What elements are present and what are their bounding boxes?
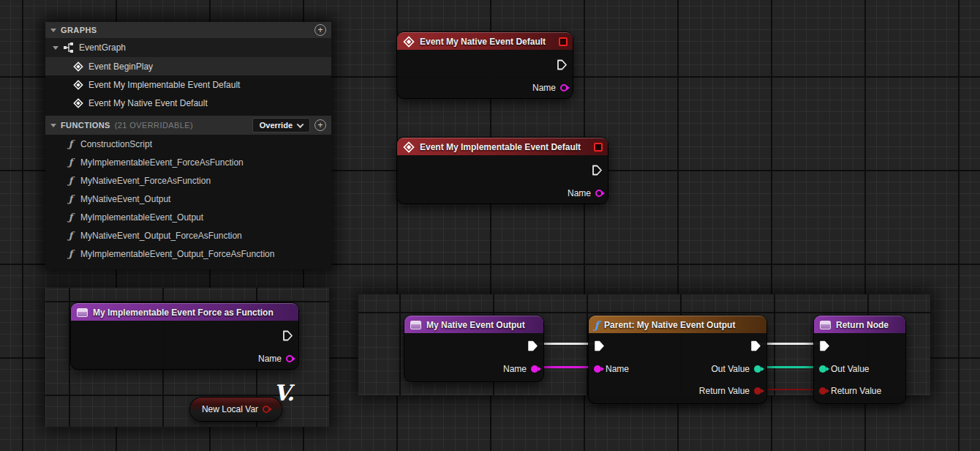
sidebar-item-event-my-implementable-event-default[interactable]: Event My Implementable Event Default	[45, 75, 331, 94]
sidebar-item-myimplementableevent-output[interactable]: ƒ MyImplementableEvent_Output	[45, 208, 331, 226]
sidebar-item-label: Event My Native Event Default	[88, 98, 208, 108]
function-icon: ƒ	[66, 193, 75, 204]
function-icon: ƒ	[66, 230, 75, 241]
exec-output-pin[interactable]	[282, 330, 293, 341]
sidebar-item-label: MyNativeEvent_Output	[80, 194, 170, 204]
sidebar-item-mynativeevent-output-forceasfunction[interactable]: ƒ MyNativeEvent_Output_ForceAsFunction	[45, 226, 331, 245]
node-event-my-native-event-default[interactable]: Event My Native Event Default Name	[397, 32, 573, 98]
event-icon	[73, 61, 83, 72]
node-new-local-var[interactable]: New Local Var	[190, 398, 282, 421]
node-return-node[interactable]: Return Node Out Value Return Value	[814, 316, 905, 403]
eventgraph-label: EventGraph	[79, 42, 126, 53]
sidebar-item-myimplementableevent-forceasfunction[interactable]: ƒ MyImplementableEvent_ForceAsFunction	[45, 153, 331, 171]
function-call-icon: ƒ	[595, 320, 599, 330]
node-title: My Implementable Event Force as Function	[93, 308, 274, 318]
exec-output-pin[interactable]	[592, 165, 603, 176]
blueprint-editor: GRAPHS + EventGraph Event BeginPlay	[0, 0, 980, 451]
variable-name-label: New Local Var	[202, 404, 258, 414]
pin-label: Out Value	[831, 364, 869, 374]
pin-label: Name	[606, 364, 629, 374]
pin-label: Name	[532, 83, 556, 93]
graphs-section-header[interactable]: GRAPHS +	[45, 22, 331, 38]
graphs-header-label: GRAPHS	[61, 26, 97, 34]
node-header[interactable]: Return Node	[814, 316, 905, 333]
sidebar-item-label: ConstructionScript	[80, 139, 152, 149]
name-output-pin[interactable]	[531, 365, 538, 373]
chevron-down-icon	[297, 121, 304, 128]
function-icon: ƒ	[66, 157, 75, 168]
node-event-my-implementable-event-default[interactable]: Event My Implementable Event Default Nam…	[397, 138, 608, 204]
pin-label: Name	[568, 188, 591, 198]
node-header[interactable]: Event My Native Event Default	[397, 32, 573, 50]
sidebar-item-label: MyNativeEvent_ForceAsFunction	[80, 176, 211, 186]
node-parent-my-native-event-output[interactable]: ƒ Parent: My Native Event Output Name Ou…	[589, 316, 766, 403]
function-icon: ƒ	[66, 248, 75, 259]
sidebar-item-eventgraph[interactable]: EventGraph	[45, 38, 331, 57]
function-icon: ƒ	[66, 138, 75, 149]
pin-label: Return Value	[699, 386, 750, 396]
collapse-arrow-icon[interactable]	[50, 124, 56, 127]
exec-output-pin[interactable]	[557, 59, 568, 70]
sidebar-item-event-my-native-event-default[interactable]: Event My Native Event Default	[45, 94, 331, 112]
event-enabled-indicator[interactable]	[559, 37, 568, 46]
name-output-pin[interactable]	[560, 84, 568, 92]
sidebar-item-label: MyImplementableEvent_Output	[80, 212, 203, 223]
functions-header-label: FUNCTIONS	[61, 121, 110, 130]
node-header[interactable]: ƒ Parent: My Native Event Output	[589, 316, 766, 333]
return-value-input-pin[interactable]	[819, 387, 826, 395]
variable-watermark-icon: V.	[274, 382, 294, 404]
override-dropdown[interactable]: Override	[252, 118, 310, 133]
functions-count-label: (21 OVERRIDABLE)	[115, 121, 193, 130]
function-entry-icon	[77, 308, 88, 317]
function-entry-icon	[410, 321, 421, 329]
add-function-button[interactable]: +	[314, 119, 326, 131]
pin-label: Out Value	[712, 364, 750, 374]
sidebar-item-label: MyImplementableEvent_Output_ForceAsFunct…	[80, 249, 274, 259]
override-label: Override	[260, 121, 293, 130]
collapse-arrow-icon[interactable]	[50, 29, 56, 32]
event-icon	[403, 141, 415, 153]
sidebar-item-myimplementableevent-output-forceasfunction[interactable]: ƒ MyImplementableEvent_Output_ForceAsFun…	[45, 245, 331, 263]
exec-output-pin[interactable]	[527, 340, 538, 351]
exec-input-pin[interactable]	[819, 340, 830, 351]
add-graph-button[interactable]: +	[314, 24, 326, 36]
my-blueprint-panel: GRAPHS + EventGraph Event BeginPlay	[45, 22, 331, 269]
functions-section-header[interactable]: FUNCTIONS (21 OVERRIDABLE) Override +	[45, 116, 331, 135]
sidebar-item-label: MyImplementableEvent_ForceAsFunction	[80, 157, 244, 168]
exec-output-pin[interactable]	[750, 340, 761, 351]
name-output-pin[interactable]	[286, 355, 293, 362]
event-enabled-indicator[interactable]	[594, 143, 603, 152]
sidebar-item-event-beginplay[interactable]: Event BeginPlay	[45, 57, 331, 75]
eventgraph-icon	[64, 42, 74, 53]
pin-label: Name	[503, 364, 527, 374]
node-header[interactable]: Event My Implementable Event Default	[397, 138, 608, 155]
name-output-pin[interactable]	[595, 190, 603, 197]
node-title: Event My Native Event Default	[420, 37, 546, 47]
event-icon	[73, 98, 83, 108]
node-header[interactable]: My Implementable Event Force as Function	[71, 303, 298, 321]
sidebar-item-constructionscript[interactable]: ƒ ConstructionScript	[45, 135, 331, 153]
sidebar-item-mynativeevent-output[interactable]: ƒ MyNativeEvent_Output	[45, 190, 331, 208]
function-result-icon	[820, 321, 831, 329]
sidebar-item-mynativeevent-forceasfunction[interactable]: ƒ MyNativeEvent_ForceAsFunction	[45, 171, 331, 190]
sidebar-item-label: Event BeginPlay	[88, 61, 153, 72]
node-my-implementable-event-force-as-function[interactable]: My Implementable Event Force as Function…	[71, 303, 298, 369]
return-value-output-pin[interactable]	[754, 387, 761, 395]
exec-input-pin[interactable]	[594, 340, 605, 351]
sidebar-item-label: MyNativeEvent_Output_ForceAsFunction	[80, 231, 242, 241]
node-title: My Native Event Output	[426, 320, 525, 330]
collapse-arrow-icon[interactable]	[53, 46, 59, 50]
node-header[interactable]: My Native Event Output	[404, 316, 543, 333]
name-input-pin[interactable]	[594, 365, 601, 373]
pin-label: Name	[258, 354, 282, 364]
node-title: Parent: My Native Event Output	[604, 320, 735, 330]
out-value-input-pin[interactable]	[819, 365, 826, 373]
function-icon: ƒ	[66, 212, 75, 223]
sidebar-item-label: Event My Implementable Event Default	[88, 80, 240, 90]
node-my-native-event-output[interactable]: My Native Event Output Name	[404, 316, 543, 381]
event-icon	[403, 36, 415, 48]
variable-output-pin[interactable]	[263, 406, 270, 413]
out-value-output-pin[interactable]	[754, 365, 761, 373]
node-title: Event My Implementable Event Default	[420, 142, 581, 152]
event-icon	[73, 80, 83, 90]
